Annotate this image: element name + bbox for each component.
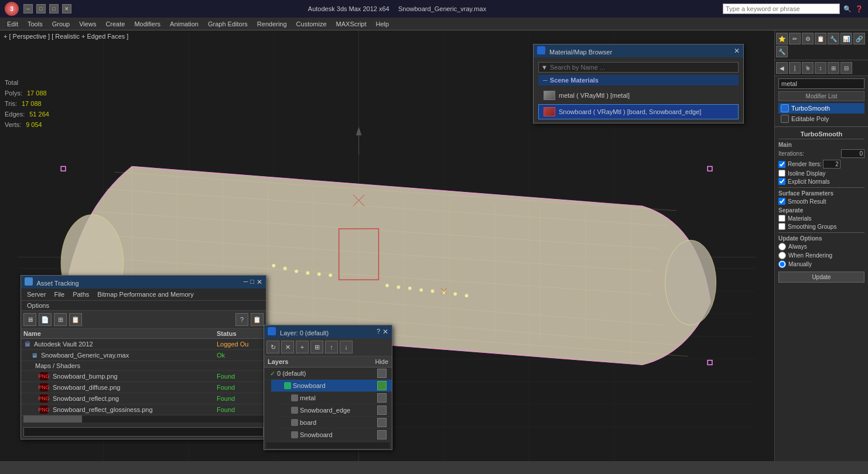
iterations-input[interactable] bbox=[841, 149, 864, 158]
rp2-btn-2[interactable]: | bbox=[789, 62, 801, 74]
rp-btn-5[interactable]: 🔧 bbox=[828, 33, 839, 44]
minimize-button[interactable]: ─ bbox=[23, 4, 33, 13]
menu-maxscript[interactable]: MAXScript bbox=[332, 19, 371, 29]
at-menu-server[interactable]: Server bbox=[23, 290, 49, 298]
update-button[interactable]: Update bbox=[778, 272, 864, 283]
at-menu-options[interactable]: Options bbox=[23, 301, 53, 310]
rp2-btn-1[interactable]: ◀ bbox=[776, 62, 788, 74]
smooth-result-checkbox[interactable] bbox=[778, 198, 785, 205]
layer-dialog-help[interactable]: ? bbox=[377, 328, 380, 336]
at-btn-6[interactable]: 📋 bbox=[251, 313, 264, 326]
when-rendering-radio[interactable] bbox=[778, 252, 786, 259]
material-item-metal[interactable]: metal ( VRayMtl ) [metal] bbox=[538, 88, 739, 103]
menu-customize[interactable]: Customize bbox=[292, 19, 332, 29]
ld-btn-delete[interactable]: ✕ bbox=[281, 341, 294, 353]
at-row-diffuse[interactable]: PNG Snowboard_diffuse.png Found bbox=[21, 382, 266, 393]
at-path-input[interactable] bbox=[23, 427, 264, 437]
modifier-turbossmooth[interactable]: TurboSmooth bbox=[778, 103, 864, 114]
layer-row-edge[interactable]: Snowboard_edge bbox=[278, 404, 392, 417]
rp-btn-6[interactable]: 📊 bbox=[840, 33, 852, 44]
render-iters-checkbox[interactable] bbox=[778, 161, 785, 168]
at-menu-file[interactable]: File bbox=[50, 290, 68, 298]
manually-radio[interactable] bbox=[778, 260, 786, 268]
rp2-btn-3[interactable]: 🖱 bbox=[802, 62, 814, 74]
layer-row-snowboard2[interactable]: Snowboard bbox=[278, 429, 392, 441]
menu-rendering[interactable]: Rendering bbox=[252, 19, 292, 29]
material-search-input[interactable] bbox=[550, 64, 736, 71]
ld-btn-refresh[interactable]: ↻ bbox=[266, 341, 279, 353]
at-row-vault[interactable]: 🏛 Autodesk Vault 2012 Logged Ou bbox=[21, 339, 266, 350]
rp-btn-1[interactable]: ⭐ bbox=[776, 33, 788, 44]
at-row-maps[interactable]: Maps / Shaders bbox=[21, 361, 266, 371]
ld-btn-copy[interactable]: ⊞ bbox=[310, 341, 323, 353]
layer-row-board[interactable]: board bbox=[278, 417, 392, 429]
at-btn-4[interactable]: 📋 bbox=[69, 313, 82, 326]
at-btn-5[interactable]: ? bbox=[235, 313, 248, 326]
rp-btn-8[interactable]: 🔧 bbox=[776, 46, 788, 57]
asset-tracking-minimize[interactable]: ─ bbox=[244, 278, 248, 286]
rp-btn-2[interactable]: ✏ bbox=[789, 33, 801, 44]
asset-tracking-close[interactable]: ✕ bbox=[257, 278, 262, 286]
rp2-btn-5[interactable]: ⊞ bbox=[828, 62, 839, 74]
rp-btn-4[interactable]: 📋 bbox=[815, 33, 826, 44]
material-browser-titlebar[interactable]: Material/Map Browser ✕ bbox=[534, 44, 743, 57]
layer-header: Layers Hide bbox=[264, 356, 392, 367]
at-menu-bitmap[interactable]: Bitmap Performance and Memory bbox=[94, 290, 197, 298]
at-row-reflect[interactable]: PNG Snowboard_reflect.png Found bbox=[21, 393, 266, 404]
at-row-bump[interactable]: PNG Snowboard_bump.png Found bbox=[21, 371, 266, 382]
asset-tracking-titlebar[interactable]: Asset Tracking ─ □ ✕ bbox=[21, 276, 266, 288]
menu-modifiers[interactable]: Modifiers bbox=[129, 19, 165, 29]
app-icon: 3 bbox=[5, 2, 19, 16]
rp-btn-3[interactable]: ⚙ bbox=[802, 33, 814, 44]
at-toolbar: 🖥 📄 ⊞ 📋 ? 📋 bbox=[21, 311, 266, 329]
close-button[interactable]: ✕ bbox=[62, 4, 71, 13]
layer-row-snowboard[interactable]: Snowboard bbox=[271, 380, 392, 392]
always-radio[interactable] bbox=[778, 243, 786, 250]
explicit-normals-checkbox[interactable] bbox=[778, 178, 785, 185]
layer-dialog-close[interactable]: ✕ bbox=[382, 328, 388, 336]
menu-animation[interactable]: Animation bbox=[165, 19, 203, 29]
restore-button[interactable]: □ bbox=[36, 4, 46, 13]
menu-tools[interactable]: Tools bbox=[23, 19, 47, 29]
menu-group[interactable]: Group bbox=[47, 19, 75, 29]
menu-edit[interactable]: Edit bbox=[2, 19, 23, 29]
isoline-checkbox[interactable] bbox=[778, 170, 785, 177]
modifier-name-input[interactable] bbox=[778, 78, 864, 89]
render-iters-input[interactable] bbox=[823, 160, 840, 169]
rp2-btn-6[interactable]: ⊟ bbox=[840, 62, 852, 74]
menu-help[interactable]: Help bbox=[371, 19, 394, 29]
at-btn-3[interactable]: ⊞ bbox=[54, 313, 67, 326]
asset-tracking-restore[interactable]: □ bbox=[250, 278, 254, 286]
smoothing-groups-checkbox[interactable] bbox=[778, 223, 785, 230]
menu-views[interactable]: Views bbox=[74, 19, 101, 29]
layer-dialog-titlebar[interactable]: Layer: 0 (default) ? ✕ bbox=[264, 325, 392, 338]
layer-scrollbar[interactable] bbox=[266, 442, 389, 448]
surface-params-label: Surface Parameters bbox=[778, 190, 864, 197]
materials-checkbox[interactable] bbox=[778, 215, 785, 222]
at-btn-1[interactable]: 🖥 bbox=[23, 313, 36, 326]
search-bar[interactable] bbox=[723, 4, 840, 14]
ld-btn-down[interactable]: ↓ bbox=[340, 341, 353, 353]
help-icon[interactable]: ❓ bbox=[855, 5, 863, 13]
layer-row-default[interactable]: ✓ 0 (default) bbox=[264, 367, 392, 380]
layer-row-metal[interactable]: metal bbox=[278, 392, 392, 404]
maximize-button[interactable]: □ bbox=[49, 4, 59, 13]
at-btn-2[interactable]: 📄 bbox=[39, 313, 52, 326]
ld-btn-add[interactable]: + bbox=[296, 341, 309, 353]
material-browser-close[interactable]: ✕ bbox=[734, 47, 740, 55]
rp-btn-7[interactable]: 🔗 bbox=[853, 33, 865, 44]
window-controls[interactable]: ─ □ □ ✕ bbox=[23, 4, 71, 13]
search-icon[interactable]: 🔍 bbox=[843, 5, 852, 13]
menu-create[interactable]: Create bbox=[101, 19, 129, 29]
ld-btn-up[interactable]: ↑ bbox=[325, 341, 338, 353]
at-scrollbar[interactable] bbox=[23, 415, 264, 423]
search-input[interactable] bbox=[726, 5, 814, 12]
rp2-btn-4[interactable]: ↕ bbox=[815, 62, 826, 74]
modifier-editable-poly[interactable]: Editable Poly bbox=[778, 114, 864, 124]
at-row-maxfile[interactable]: 🖥 Snowboard_Generic_vray.max Ok bbox=[21, 350, 266, 361]
menu-graph-editors[interactable]: Graph Editors bbox=[203, 19, 252, 29]
at-row-glossiness[interactable]: PNG Snowboard_reflect_glossiness.png Fou… bbox=[21, 404, 266, 415]
svg-rect-39 bbox=[708, 166, 712, 171]
material-item-snowboard[interactable]: Snowboard ( VRayMtl ) [board, Snowboard_… bbox=[538, 104, 739, 119]
at-menu-paths[interactable]: Paths bbox=[69, 290, 93, 298]
